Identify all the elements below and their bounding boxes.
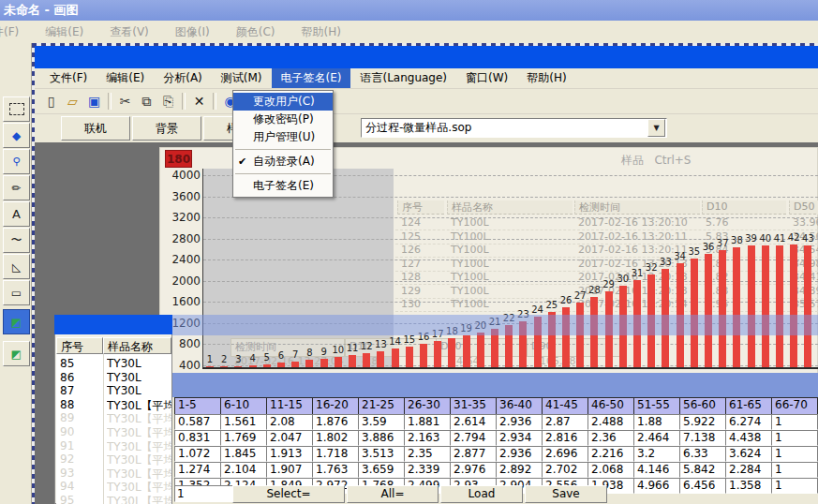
app-menu-item-语言[interactable]: 语言(Language) [350, 68, 456, 88]
distribution-cell: 2.87 [542, 414, 591, 430]
sample-no: 93 [60, 467, 99, 480]
gridline [203, 217, 818, 218]
sample-list-row[interactable]: 92TY30L【平均】 [56, 452, 171, 466]
dropdown-item-更改用户[interactable]: 更改用户(C) [233, 93, 333, 111]
paint-menu-item[interactable]: 文件(F) [0, 24, 32, 40]
select-tool-icon[interactable] [3, 96, 30, 122]
paint-menu-item[interactable]: 查看(V) [97, 24, 162, 40]
sample-name: TY30L【平均】 [107, 494, 171, 504]
curve-tool-icon[interactable]: 〜 [3, 228, 30, 253]
distribution-cell: 2.339 [404, 462, 454, 478]
footer-button-Load[interactable]: Load [440, 485, 523, 503]
rounded-rect-tool-icon[interactable]: ▭ [3, 280, 30, 305]
distribution-header-cell: 16-20 [312, 397, 362, 415]
distribution-cell: 1.274 [174, 462, 224, 478]
sop-combobox[interactable]: 分过程-微量样品.sop ▼ [361, 118, 667, 138]
cube-icon[interactable]: ◩ [3, 341, 30, 366]
sample-list-row[interactable]: 85TY30L [56, 357, 171, 370]
distribution-cell: 3.513 [358, 446, 408, 462]
footer-button-Save[interactable]: Save [525, 485, 607, 503]
app-menu-item-电子签名[interactable]: 电子签名(E) [272, 68, 351, 88]
paint-menu-item[interactable]: 编辑(E) [32, 24, 97, 40]
distribution-cell: 3.59 [358, 414, 408, 430]
command-button-联机[interactable]: 联机 [61, 116, 130, 141]
sample-list-row[interactable]: 88TY30L【平均】 [56, 398, 171, 411]
chevron-down-icon[interactable]: ▼ [647, 119, 665, 137]
bg-table-cell: 5.83 [702, 285, 786, 299]
sample-list-row[interactable]: 94TY30L【平均】 [56, 480, 171, 493]
esign-dropdown-menu: 更改用户(C)修改密码(P)用户管理(U)自动登录(A)✔电子签名(E) [232, 90, 334, 198]
cube-selected-icon[interactable]: ◩ [3, 309, 30, 334]
distribution-cell: 2.794 [450, 430, 499, 446]
sample-list-row[interactable]: 95TY30L【平均】 [56, 494, 171, 504]
sample-list-row[interactable]: 87TY30L [56, 384, 171, 397]
copy-icon[interactable]: ⧉ [136, 92, 157, 111]
new-file-icon[interactable]: ▯ [40, 92, 62, 111]
paint-menu-item[interactable]: 帮助(H) [288, 24, 353, 40]
paste-icon[interactable]: ⎘ [157, 92, 179, 111]
text-tool-icon[interactable]: A [3, 201, 30, 227]
distribution-cell: 1.876 [312, 414, 362, 430]
sample-list-row[interactable]: 91TY30L【平均】 [56, 439, 171, 452]
app-menu-item-编辑[interactable]: 编辑(E) [97, 68, 154, 88]
bg-table-header: 样品名称 [447, 200, 573, 215]
distribution-cell: 2.934 [496, 430, 545, 446]
toolbar-separator [108, 93, 112, 110]
distribution-header-cell: 21-25 [358, 397, 408, 415]
cut-icon[interactable]: ✂ [114, 92, 136, 111]
sample-list-row[interactable]: 90TY30L【平均】 [56, 425, 171, 438]
app-menu-item-窗口[interactable]: 窗口(W) [456, 68, 517, 88]
bg-table-cell: 126 [397, 244, 444, 258]
sample-name: TY30L【平均】 [107, 480, 171, 493]
save-icon[interactable]: ▣ [83, 92, 105, 111]
paint-menu-item[interactable]: 颜色(C) [223, 24, 289, 40]
footer-button-All[interactable]: All= [347, 485, 439, 503]
sample-name: TY30L [107, 357, 171, 370]
sample-list-row[interactable]: 93TY30L【平均】 [56, 467, 171, 480]
distribution-cell: 1.358 [725, 478, 775, 494]
magnifier-icon[interactable]: ⚲ [3, 149, 30, 174]
bar [349, 355, 356, 368]
sample-list-row[interactable]: 89TY30L【平均】 [56, 411, 171, 424]
paint-tool-palette: ◆⚲✏A〜◺▭◩◩ [0, 43, 32, 504]
sample-name: TY30L【平均】 [107, 452, 171, 466]
app-menu-item-分析[interactable]: 分析(A) [154, 68, 212, 88]
brush-icon[interactable]: ✏ [3, 175, 30, 200]
polygon-tool-icon[interactable]: ◺ [3, 254, 30, 279]
dropdown-item-电子签名[interactable]: 电子签名(E) [233, 177, 333, 195]
bar [576, 303, 584, 368]
distribution-cell: 1.769 [220, 430, 270, 446]
distribution-cell: 2.35 [404, 446, 454, 462]
delete-icon[interactable]: ✕ [188, 92, 210, 111]
open-file-icon[interactable]: ▱ [62, 92, 83, 111]
dropdown-item-自动登录[interactable]: 自动登录(A)✔ [233, 153, 333, 170]
distribution-header-cell: 36-40 [496, 397, 545, 415]
count-input[interactable] [174, 485, 234, 502]
footer-button-Select[interactable]: Select= [232, 485, 345, 503]
distribution-header-cell: 51-55 [633, 397, 683, 415]
distribution-cell: 6.274 [725, 414, 775, 430]
paint-menu-item[interactable]: 图像(I) [162, 24, 223, 40]
app-toolbar: ▯▱▣✂⧉⎘✕◉ [35, 89, 818, 114]
checkmark-icon: ✔ [238, 153, 246, 170]
command-button-背景[interactable]: 背景 [132, 116, 201, 141]
distribution-cell: 1 [771, 462, 818, 478]
app-menu-item-测试[interactable]: 测试(M) [212, 68, 272, 88]
dropdown-item-用户管理[interactable]: 用户管理(U) [233, 128, 333, 146]
bar [392, 348, 399, 368]
sample-list-row[interactable]: 86TY30L [56, 371, 171, 384]
app-menu-item-文件[interactable]: 文件(F) [40, 68, 97, 88]
sop-combobox-value: 分过程-微量样品.sop [362, 120, 647, 136]
app-menu-item-帮助[interactable]: 帮助(H) [517, 68, 575, 88]
bar [448, 338, 455, 368]
y-tick-label: 1600 [161, 295, 201, 308]
bar [463, 335, 470, 368]
fill-bucket-icon[interactable]: ◆ [3, 123, 30, 148]
bar [420, 344, 427, 368]
distribution-cell: 3.624 [725, 446, 775, 462]
distribution-header-cell: 6-10 [220, 397, 270, 415]
distribution-cell: 4.966 [633, 478, 683, 494]
distribution-cell: 2.047 [266, 430, 316, 446]
distribution-header-cell: 26-30 [404, 397, 454, 415]
dropdown-item-修改密码[interactable]: 修改密码(P) [233, 111, 333, 128]
